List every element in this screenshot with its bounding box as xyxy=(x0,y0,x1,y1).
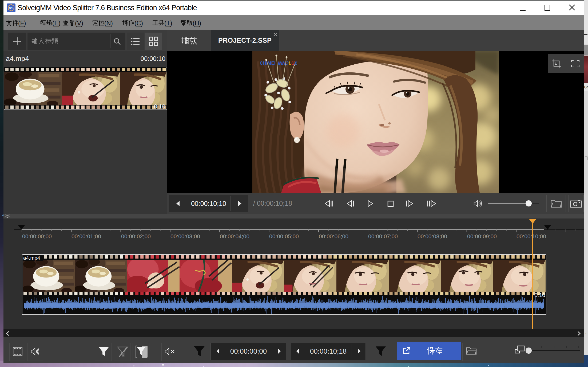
svg-text:00:00:01;00: 00:00:01;00 xyxy=(71,233,101,239)
svg-text:00:00:05;00: 00:00:05;00 xyxy=(269,233,299,239)
svg-text:00:00:06;00: 00:00:06;00 xyxy=(319,233,348,239)
svg-text:VS: VS xyxy=(9,6,14,10)
svg-text:00:00:07;00: 00:00:07;00 xyxy=(368,233,398,239)
svg-text:00:00:03;00: 00:00:03;00 xyxy=(170,233,200,239)
svg-text:0:10: 0:10 xyxy=(154,103,165,110)
svg-text:00:00:04;00: 00:00:04;00 xyxy=(220,233,249,239)
svg-text:00:00:08;00: 00:00:08;00 xyxy=(418,233,447,239)
svg-text:INNOLUX: INNOLUX xyxy=(278,61,297,65)
svg-text:a4.mp4: a4.mp4 xyxy=(23,255,40,261)
svg-text:00:00:09;00: 00:00:09;00 xyxy=(467,233,497,239)
svg-text:00:00:00;00: 00:00:00;00 xyxy=(22,233,52,239)
svg-text:00:00:02;00: 00:00:02;00 xyxy=(121,233,151,239)
svg-text:CHIMEI: CHIMEI xyxy=(260,61,276,65)
